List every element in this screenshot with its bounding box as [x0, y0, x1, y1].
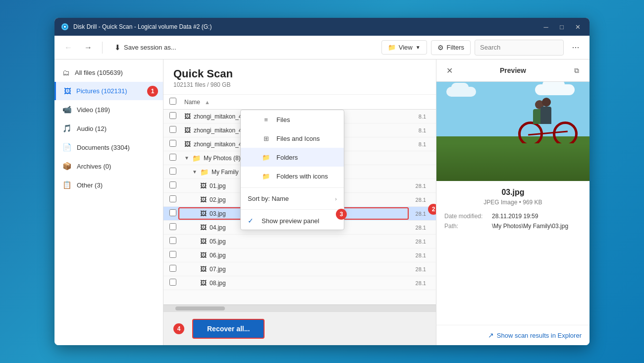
row-checkbox[interactable] [169, 237, 176, 244]
dropdown-item-files-icons[interactable]: ⊞ Files and Icons [241, 129, 344, 148]
file-name-label: 06.jpg [210, 252, 226, 259]
back-button[interactable]: ← [60, 40, 76, 56]
sidebar-item-audio[interactable]: 🎵 Audio (12) [54, 119, 163, 138]
row-checkbox[interactable] [169, 182, 176, 188]
view-button[interactable]: 📁 View ▼ [381, 40, 427, 55]
header-name-col[interactable]: Name ▲ [184, 99, 400, 106]
row-checkbox[interactable] [169, 168, 176, 175]
file-size: 28.1 [400, 197, 430, 203]
row-checkbox[interactable] [169, 209, 176, 216]
row-checkbox[interactable] [169, 265, 176, 272]
sidebar-item-documents[interactable]: 📄 Documents (3304) [54, 138, 163, 157]
sidebar-item-archives[interactable]: 📦 Archives (0) [54, 157, 163, 176]
file-thumbnail-icon: 🖼 [200, 238, 207, 245]
chevron-down-icon: ▼ [416, 45, 421, 50]
main-window: Disk Drill - Quick Scan - Logical volume… [54, 18, 590, 345]
save-session-button[interactable]: ⬇ Save session as... [108, 40, 182, 55]
file-step-badge: 2 [428, 204, 436, 215]
file-size: 28.1 [400, 266, 430, 272]
select-all-checkbox[interactable] [169, 98, 176, 105]
file-thumbnail-icon: 🖼 [184, 113, 191, 120]
titlebar: Disk Drill - Quick Scan - Logical volume… [54, 18, 590, 36]
search-input[interactable] [475, 40, 564, 56]
horizontal-scrollbar[interactable] [163, 304, 436, 311]
filters-button[interactable]: ⚙ Filters [431, 40, 471, 55]
folders-menu-label: Folders [276, 154, 298, 161]
folder-name-label: My Photos (8) [204, 155, 241, 162]
preview-expand-button[interactable]: ⧉ [571, 64, 583, 76]
file-thumbnail-icon: 🖼 [200, 251, 207, 259]
view-label: View [399, 44, 413, 51]
file-size: 28.1 [400, 280, 430, 286]
preview-header: ✕ Preview ⧉ [436, 60, 590, 82]
dropdown-item-folders-icons[interactable]: 📁 Folders with icons [241, 167, 344, 185]
toolbar-divider [102, 42, 103, 54]
sidebar-item-video[interactable]: 📹 Video (189) [54, 100, 163, 119]
row-checkbox-col [169, 112, 184, 121]
row-checkbox-col [169, 209, 184, 218]
sidebar-item-wrapper-other: 📋 Other (3) [54, 176, 163, 194]
bike-wheel-front [553, 121, 578, 146]
sidebar-step-badge: 1 [147, 86, 158, 97]
row-checkbox[interactable] [169, 154, 176, 161]
expand-icon: ▼ [184, 155, 189, 161]
sort-icon: ▲ [205, 99, 210, 105]
maximize-button[interactable]: □ [556, 21, 568, 33]
preview-panel: ✕ Preview ⧉ [436, 60, 590, 345]
file-area: Quick Scan 102131 files / 980 GB Name ▲ [163, 60, 436, 345]
video-icon: 📹 [62, 105, 72, 114]
sidebar-item-wrapper-video: 📹 Video (189) [54, 100, 163, 119]
filters-label: Filters [447, 44, 464, 51]
file-row-08jpg[interactable]: 🖼 08.jpg 28.1 [163, 276, 436, 290]
more-button[interactable]: ··· [568, 40, 584, 56]
view-dropdown-menu: ≡ Files ⊞ Files and Icons 📁 Folders [240, 110, 344, 230]
sidebar-item-label: Archives (0) [77, 163, 111, 170]
row-checkbox[interactable] [169, 112, 176, 119]
dropdown-sort-item[interactable]: Sort by: Name › [241, 190, 344, 207]
file-row-07jpg[interactable]: 🖼 07.jpg 28.1 [163, 262, 436, 276]
documents-icon: 📄 [62, 143, 72, 152]
dropdown-item-files[interactable]: ≡ Files [241, 110, 344, 129]
sidebar-item-all-files[interactable]: 🗂 All files (105639) [54, 63, 163, 82]
header-checkbox-col [169, 98, 184, 106]
row-checkbox-col [169, 251, 184, 259]
sort-chevron-icon: › [335, 196, 337, 202]
row-checkbox[interactable] [169, 195, 176, 202]
head-2 [542, 98, 551, 107]
recover-all-button[interactable]: Recover all... [192, 319, 265, 339]
row-checkbox[interactable] [169, 126, 176, 133]
file-name-label: 01.jpg [210, 182, 226, 189]
view-icon: 📁 [388, 44, 396, 51]
file-row-06jpg[interactable]: 🖼 06.jpg 28.1 [163, 248, 436, 262]
preview-close-button[interactable]: ✕ [443, 64, 455, 76]
close-button[interactable]: ✕ [572, 21, 584, 33]
name-column-label: Name [184, 99, 200, 106]
window-controls: ─ □ ✕ [540, 21, 584, 33]
row-checkbox[interactable] [169, 279, 176, 286]
sidebar-item-wrapper-all-files: 🗂 All files (105639) [54, 63, 163, 82]
row-checkbox-col [169, 265, 184, 273]
files-icons-menu-icon: ⊞ [262, 134, 270, 143]
file-thumbnail-icon: 🖼 [200, 182, 207, 189]
row-checkbox[interactable] [169, 223, 176, 230]
row-checkbox[interactable] [169, 140, 176, 147]
sidebar-item-wrapper-audio: 🎵 Audio (12) [54, 119, 163, 138]
sort-label: Sort by: Name [248, 195, 289, 202]
toolbar: ← → ⬇ Save session as... 📁 View ▼ ⚙ Filt… [54, 36, 590, 60]
h-scrollbar-thumb[interactable] [175, 306, 225, 310]
row-name: 🖼 06.jpg [200, 251, 400, 259]
forward-button[interactable]: → [80, 40, 96, 56]
preview-path-label: Path: [444, 223, 489, 230]
file-row-05jpg[interactable]: 🖼 05.jpg 28.1 [163, 235, 436, 248]
row-checkbox-col [169, 237, 184, 245]
sidebar-item-other[interactable]: 📋 Other (3) [54, 176, 163, 194]
file-name-label: 07.jpg [210, 266, 226, 273]
minimize-button[interactable]: ─ [540, 21, 552, 33]
preview-title: Preview [500, 66, 526, 74]
dropdown-item-show-preview[interactable]: ✓ Show preview panel 3 [241, 212, 344, 230]
show-in-explorer-button[interactable]: ↗ Show scan results in Explorer [488, 331, 582, 339]
save-label: Save session as... [124, 44, 176, 51]
row-name: 🖼 07.jpg [200, 265, 400, 273]
row-checkbox[interactable] [169, 251, 176, 258]
dropdown-item-folders[interactable]: 📁 Folders [241, 148, 344, 167]
